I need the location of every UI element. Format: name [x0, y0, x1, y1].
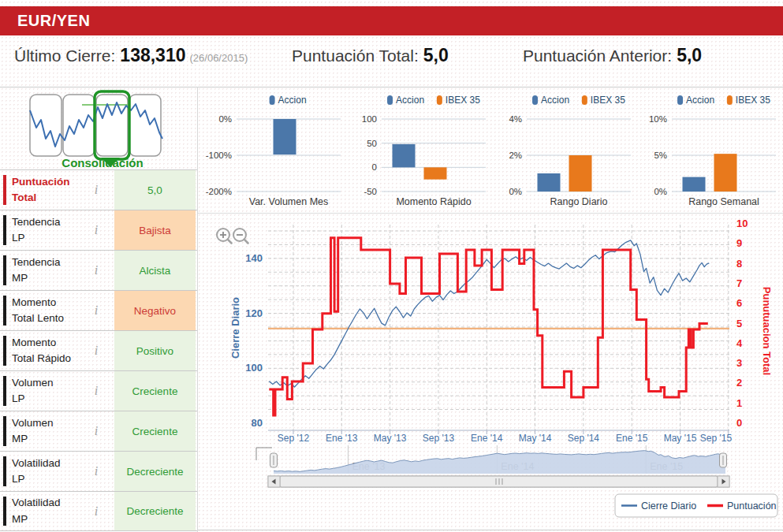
navigator-left-handle[interactable] — [270, 453, 278, 467]
indicator-row-volumen-mp: VolumenMP i Creciente — [0, 411, 197, 451]
mini-chart-rango-diario: 4%2%0%AccionIBEX 35Rango Diario — [492, 89, 636, 209]
legend-label[interactable]: Accion — [396, 95, 424, 106]
mini-chart-var-volumen-mes: 0%-100%-200%AccionVar. Volumen Mes — [202, 89, 346, 209]
legend-label[interactable]: Accion — [278, 95, 307, 106]
y-right-label: 7 — [736, 277, 742, 289]
phase-box-3 — [96, 95, 128, 156]
legend-marker[interactable] — [270, 95, 275, 105]
legend-marker[interactable] — [387, 95, 393, 105]
bar-accion — [538, 173, 561, 192]
bar-ibex-35 — [424, 167, 447, 179]
legend-marker[interactable] — [677, 95, 683, 105]
y-right-label: 10 — [736, 218, 748, 229]
info-icon[interactable]: i — [84, 251, 109, 290]
y-tick-label: 0 — [372, 162, 377, 172]
y-tick-label: 0% — [218, 114, 232, 124]
legend-label-puntuacion[interactable]: Puntuación — [727, 500, 777, 512]
indicator-row-puntuacion-total: PuntuaciónTotal i 5,0 — [0, 169, 197, 210]
y-tick-label: 5% — [654, 151, 667, 160]
summary-bar: Último Cierre:138,310(26/06/2015) Puntua… — [0, 45, 783, 78]
market-phase-thumbnail: Consolidación — [0, 88, 197, 169]
y-tick-label: 10% — [649, 114, 667, 124]
legend-marker[interactable] — [582, 95, 587, 105]
legend-label-cierre[interactable]: Cierre Diario — [641, 500, 696, 512]
mini-chart-title: Rango Diario — [550, 196, 608, 207]
chart-legend: Cierre DiarioPuntuación — [615, 494, 777, 517]
y-tick-label: -100% — [206, 151, 232, 160]
indicator-value: 5,0 — [114, 170, 196, 210]
main-price-score-chart[interactable]: Sep '12Ene '13May '13Sep '13Ene '14May '… — [202, 214, 783, 530]
y-left-label: 80 — [252, 417, 263, 429]
legend-label[interactable]: Accion — [541, 95, 569, 106]
scrollbar-right-arrow[interactable] — [718, 476, 729, 487]
x-tick-label: Sep '14 — [568, 433, 600, 444]
indicator-value: Bajista — [114, 210, 196, 250]
y-tick-label: 100 — [362, 114, 377, 124]
y-right-label: 2 — [736, 377, 742, 389]
legend-label[interactable]: Accion — [686, 95, 714, 106]
scrollbar-left-arrow[interactable] — [268, 476, 280, 487]
info-icon[interactable]: i — [84, 411, 109, 451]
x-tick-label: Sep '15 — [700, 433, 733, 444]
indicator-label: Volatilidad — [12, 495, 82, 511]
phase-label: Consolidación — [24, 156, 181, 169]
last-close-date: (26/06/2015) — [190, 52, 248, 64]
bar-ibex-35 — [714, 154, 737, 192]
last-close-label: Último Cierre: — [14, 47, 115, 65]
indicator-label: Tendencia — [12, 214, 82, 230]
x-tick-label: Sep '12 — [278, 433, 310, 444]
phase-box-2 — [63, 95, 95, 156]
indicator-row-volatilidad-mp: VolatilidadMP i Decreciente — [0, 491, 197, 531]
x-tick-label: May '15 — [664, 433, 697, 444]
info-icon[interactable]: i — [84, 452, 109, 491]
navigator-right-handle[interactable] — [720, 453, 727, 467]
indicator-label: Tendencia — [12, 255, 82, 270]
y-right-label: 5 — [736, 318, 742, 329]
last-close-value: 138,310 — [120, 45, 185, 65]
mini-chart-title: Rango Semanal — [688, 196, 759, 207]
mini-chart-title: Var. Volumen Mes — [249, 196, 329, 207]
indicator-row-volumen-lp: VolumenLP i Creciente — [0, 370, 197, 411]
total-score-label: Puntuación Total: — [292, 47, 419, 65]
info-icon[interactable]: i — [84, 371, 109, 411]
indicator-row-volatilidad-lp: VolatilidadLP i Decreciente — [0, 451, 197, 491]
info-icon[interactable]: i — [84, 331, 109, 370]
y-tick-label: 4% — [509, 114, 522, 124]
bar-accion — [393, 144, 416, 167]
bar-ibex-35 — [569, 155, 592, 192]
y-right-label: 0 — [736, 417, 742, 429]
y-right-label: 8 — [736, 258, 742, 270]
zoom-in-icon[interactable] — [217, 229, 232, 244]
info-icon[interactable]: i — [84, 170, 109, 210]
previous-score-group: Puntuación Anterior:5,0 — [523, 45, 702, 66]
indicator-row-tendencia-lp: TendenciaLP i Bajista — [0, 210, 197, 250]
header-bar: EUR/YEN — [0, 6, 783, 35]
indicator-value: Negativo — [114, 291, 196, 330]
indicator-row-momento-lento: MomentoTotal Lento i Negativo — [0, 290, 197, 330]
legend-marker[interactable] — [532, 95, 538, 105]
divider-sidebar — [197, 87, 198, 532]
indicator-value: Creciente — [114, 371, 196, 411]
legend-marker[interactable] — [437, 95, 442, 105]
legend-marker[interactable] — [727, 95, 733, 105]
total-score-value: 5,0 — [423, 45, 449, 65]
x-tick-label: Ene '14 — [471, 433, 503, 444]
legend-label[interactable]: IBEX 35 — [591, 95, 625, 106]
legend-label[interactable]: IBEX 35 — [446, 95, 480, 106]
y-tick-label: -200% — [206, 187, 232, 196]
y-right-label: 3 — [736, 357, 742, 369]
y-left-axis-title: Cierre Diario — [229, 297, 241, 359]
indicator-value: Decreciente — [114, 492, 196, 530]
legend-label[interactable]: IBEX 35 — [736, 95, 770, 106]
info-icon[interactable]: i — [84, 291, 109, 330]
info-icon[interactable]: i — [84, 210, 109, 250]
x-tick-label: Ene '13 — [326, 433, 358, 444]
zoom-out-icon[interactable] — [233, 229, 248, 244]
indicator-label: Volumen — [12, 375, 82, 391]
indicator-row-tendencia-mp: TendenciaMP i Alcista — [0, 250, 197, 290]
indicator-value: Decreciente — [114, 452, 196, 491]
indicator-value: Positivo — [114, 331, 196, 370]
y-right-label: 1 — [736, 397, 742, 409]
info-icon[interactable]: i — [84, 492, 109, 530]
bar-accion — [274, 119, 296, 154]
